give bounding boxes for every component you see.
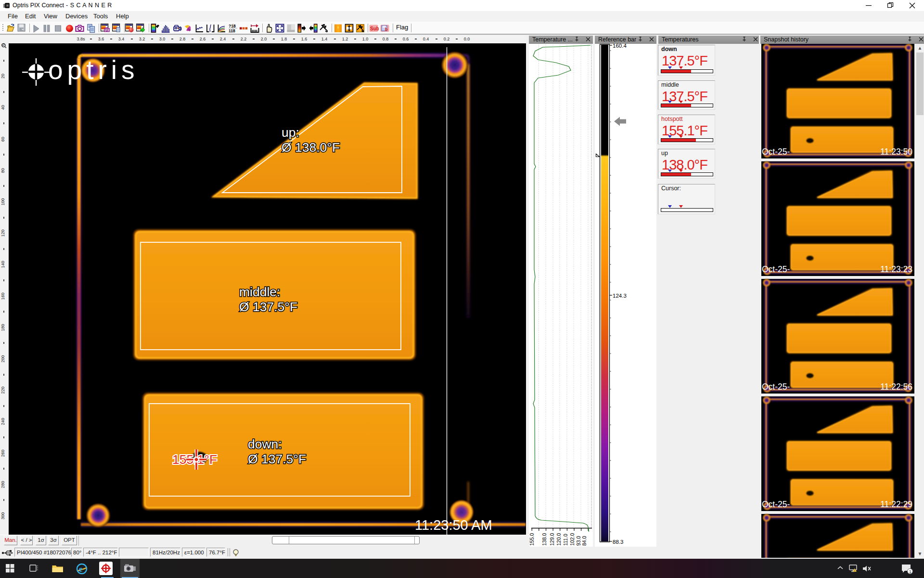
svg-text:Oct-25-: Oct-25- xyxy=(762,264,790,274)
svg-text:Oct-25-: Oct-25- xyxy=(762,147,790,157)
svg-text:118: 118 xyxy=(229,28,235,33)
svg-text:optris: optris xyxy=(48,55,139,85)
svg-text:11:22:29: 11:22:29 xyxy=(880,499,912,509)
svg-text:Oct-25-: Oct-25- xyxy=(762,382,790,392)
svg-text:11:23:50: 11:23:50 xyxy=(880,147,912,157)
svg-text:160.4: 160.4 xyxy=(613,44,627,49)
svg-text:120.0: 120.0 xyxy=(556,533,562,546)
svg-text:Sub: Sub xyxy=(370,26,379,31)
svg-text:102.0: 102.0 xyxy=(569,533,575,546)
svg-text:?18: ?18 xyxy=(229,24,236,28)
svg-text:Ø 138.0°F: Ø 138.0°F xyxy=(282,140,340,155)
svg-text:11:23:23: 11:23:23 xyxy=(880,264,912,274)
svg-text:138.0: 138.0 xyxy=(541,533,547,546)
svg-text:b: b xyxy=(385,27,388,32)
svg-text:Ø 137.5°F: Ø 137.5°F xyxy=(239,300,297,314)
svg-text:129.0: 129.0 xyxy=(549,533,555,546)
svg-text:middle:: middle: xyxy=(239,285,280,299)
svg-text:88.3: 88.3 xyxy=(613,539,623,545)
svg-text:e: e xyxy=(79,565,83,574)
svg-text:111.0: 111.0 xyxy=(563,534,568,546)
svg-text:124.3: 124.3 xyxy=(613,293,627,299)
svg-text:11:23:50 AM: 11:23:50 AM xyxy=(415,517,492,533)
svg-text:1: 1 xyxy=(909,569,911,574)
svg-text:Ø 137.5°F: Ø 137.5°F xyxy=(248,452,306,466)
svg-text:down:: down: xyxy=(248,437,282,451)
svg-text:Oct-25-: Oct-25- xyxy=(762,499,790,509)
svg-text:155.0: 155.0 xyxy=(529,533,535,546)
svg-text:93.0: 93.0 xyxy=(576,536,581,546)
svg-text:11:22:56: 11:22:56 xyxy=(880,382,912,392)
svg-text:up:: up: xyxy=(282,125,299,140)
svg-text:84.0: 84.0 xyxy=(581,536,587,546)
